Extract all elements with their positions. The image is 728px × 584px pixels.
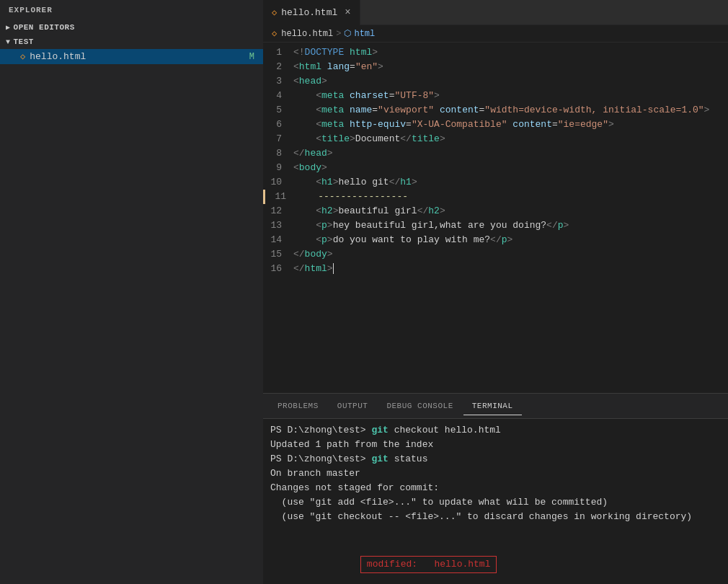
line-num-9: 9 xyxy=(263,161,293,175)
sidebar: EXPLORER ▶ OPEN EDITORS ▼ TEST ◇ hello.h… xyxy=(0,0,263,584)
code-line-1: 1 <!DOCTYPE html> xyxy=(263,45,728,60)
line-num-1: 1 xyxy=(263,45,293,60)
line-content-3: <head> xyxy=(293,74,728,89)
line-content-15: </body> xyxy=(293,247,728,262)
main-area: ◇ hello.html × ◇ hello.html > ⬡ html 1 <… xyxy=(263,0,728,584)
breadcrumb-file-icon: ◇ xyxy=(272,28,277,39)
tab-label: hello.html xyxy=(281,7,337,18)
test-section[interactable]: ▼ TEST xyxy=(0,35,263,49)
file-name: hello.html xyxy=(30,51,247,62)
line-num-15: 15 xyxy=(263,247,293,262)
code-line-10: 10 <h1>hello git</h1> xyxy=(263,175,728,190)
line-num-11: 11 xyxy=(265,190,296,204)
modified-badge: M xyxy=(249,52,254,62)
panel-tab-bar: PROBLEMS OUTPUT DEBUG CONSOLE TERMINAL xyxy=(263,394,728,419)
terminal-line-6: (use "git add <file>..." to update what … xyxy=(270,495,721,510)
breadcrumb-separator: > xyxy=(336,29,341,39)
line-num-10: 10 xyxy=(263,175,293,190)
line-content-1: <!DOCTYPE html> xyxy=(293,45,728,60)
tab-output[interactable]: OUTPUT xyxy=(329,397,377,415)
code-line-16: 16 </html> xyxy=(263,262,728,276)
code-line-8: 8 </head> xyxy=(263,146,728,161)
terminal-line-7: (use "git checkout -- <file>..." to disc… xyxy=(270,510,721,524)
breadcrumb-file[interactable]: hello.html xyxy=(281,29,333,39)
code-line-9: 9 <body> xyxy=(263,161,728,175)
terminal-line-5: Changes not staged for commit: xyxy=(270,481,721,495)
terminal-line-1: PS D:\zhong\test> git checkout hello.htm… xyxy=(270,423,721,438)
html-file-icon: ◇ xyxy=(20,51,25,62)
line-num-8: 8 xyxy=(263,146,293,161)
line-content-11: ---------------- xyxy=(296,190,728,204)
line-content-6: <meta http-equiv="X-UA-Compatible" conte… xyxy=(293,118,728,132)
terminal-line-4: On branch master xyxy=(270,466,721,481)
editor-area[interactable]: 1 <!DOCTYPE html> 2 <html lang="en"> 3 <… xyxy=(263,43,728,393)
line-content-5: <meta name="viewport" content="width=dev… xyxy=(293,103,728,118)
line-content-13: <p>hey beautiful girl,what are you doing… xyxy=(293,218,728,233)
line-content-8: </head> xyxy=(293,146,728,161)
breadcrumb-element[interactable]: html xyxy=(354,29,375,39)
chevron-down-icon: ▼ xyxy=(6,38,11,46)
line-num-7: 7 xyxy=(263,132,293,146)
breadcrumb-element-icon: ⬡ xyxy=(344,28,351,39)
line-num-3: 3 xyxy=(263,74,293,89)
test-label: TEST xyxy=(14,37,34,46)
code-line-11: 11 ---------------- xyxy=(263,190,728,204)
chevron-right-icon: ▶ xyxy=(6,23,11,32)
code-line-4: 4 <meta charset="UTF-8"> xyxy=(263,89,728,103)
code-line-14: 14 <p>do you want to play with me?</p> xyxy=(263,233,728,247)
code-line-3: 3 <head> xyxy=(263,74,728,89)
panel: PROBLEMS OUTPUT DEBUG CONSOLE TERMINAL P… xyxy=(263,393,728,584)
code-line-6: 6 <meta http-equiv="X-UA-Compatible" con… xyxy=(263,118,728,132)
line-num-6: 6 xyxy=(263,118,293,132)
line-content-9: <body> xyxy=(293,161,728,175)
tab-debug-console[interactable]: DEBUG CONSOLE xyxy=(378,397,461,415)
terminal-line-3: PS D:\zhong\test> git status xyxy=(270,452,721,466)
sidebar-title: EXPLORER xyxy=(0,0,263,20)
line-content-7: <title>Document</title> xyxy=(293,132,728,146)
sidebar-file-item[interactable]: ◇ hello.html M xyxy=(0,49,263,64)
tab-hello-html[interactable]: ◇ hello.html × xyxy=(263,0,360,25)
code-line-13: 13 <p>hey beautiful girl,what are you do… xyxy=(263,218,728,233)
modified-status-box: modified: hello.html xyxy=(360,556,497,573)
terminal-line-modified: modified: hello.html xyxy=(270,539,721,584)
code-line-5: 5 <meta name="viewport" content="width=d… xyxy=(263,103,728,118)
line-num-14: 14 xyxy=(263,233,293,247)
line-num-12: 12 xyxy=(263,204,293,218)
tab-bar: ◇ hello.html × xyxy=(263,0,728,25)
open-editors-section[interactable]: ▶ OPEN EDITORS xyxy=(0,20,263,35)
line-content-12: <h2>beautiful girl</h2> xyxy=(293,204,728,218)
line-content-4: <meta charset="UTF-8"> xyxy=(293,89,728,103)
tab-file-icon: ◇ xyxy=(272,7,277,18)
tab-terminal[interactable]: TERMINAL xyxy=(463,397,522,415)
line-num-13: 13 xyxy=(263,218,293,233)
line-num-4: 4 xyxy=(263,89,293,103)
code-line-12: 12 <h2>beautiful girl</h2> xyxy=(263,204,728,218)
tab-problems[interactable]: PROBLEMS xyxy=(269,397,327,415)
open-editors-label: OPEN EDITORS xyxy=(14,23,75,32)
line-num-5: 5 xyxy=(263,103,293,118)
line-content-2: <html lang="en"> xyxy=(293,60,728,74)
line-content-10: <h1>hello git</h1> xyxy=(293,175,728,190)
close-tab-icon[interactable]: × xyxy=(345,6,350,18)
line-content-16: </html> xyxy=(293,262,728,276)
line-num-2: 2 xyxy=(263,60,293,74)
line-num-16: 16 xyxy=(263,262,293,276)
code-line-2: 2 <html lang="en"> xyxy=(263,60,728,74)
terminal-line-2: Updated 1 path from the index xyxy=(270,438,721,452)
breadcrumb: ◇ hello.html > ⬡ html xyxy=(263,25,728,43)
line-content-14: <p>do you want to play with me?</p> xyxy=(293,233,728,247)
code-line-7: 7 <title>Document</title> xyxy=(263,132,728,146)
code-line-15: 15 </body> xyxy=(263,247,728,262)
terminal-content[interactable]: PS D:\zhong\test> git checkout hello.htm… xyxy=(263,419,728,584)
